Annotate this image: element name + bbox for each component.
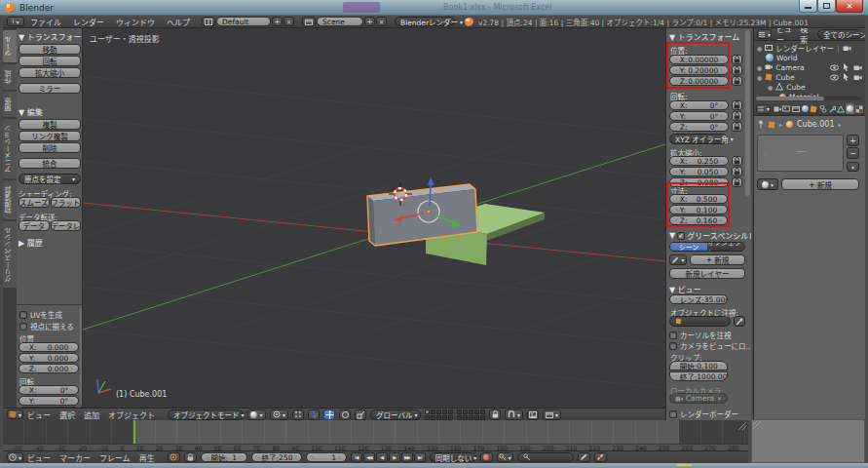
- playback-button[interactable]: ◀: [376, 452, 388, 462]
- view-panel-header[interactable]: ▼ ビュー: [669, 284, 701, 294]
- menu-item[interactable]: ビュー: [27, 410, 51, 420]
- add-layout-icon[interactable]: +: [272, 17, 283, 26]
- grease-pencil-header[interactable]: ▼✓グリースペンシルレイ: [669, 230, 751, 241]
- n-transform-header[interactable]: ▼ トランスフォーム: [669, 31, 739, 42]
- translate-manipulator-button[interactable]: [323, 410, 335, 420]
- pivot-center-dropdown[interactable]: ▾: [270, 410, 288, 420]
- set-origin-dropdown[interactable]: 原点を設定▾: [19, 174, 81, 184]
- lock-to-scene-toggle[interactable]: [489, 410, 501, 420]
- number-field[interactable]: Y:0.20000: [669, 65, 729, 75]
- record-button[interactable]: [480, 452, 493, 462]
- lock-icon[interactable]: [732, 167, 742, 176]
- eyedropper-icon[interactable]: [734, 316, 745, 327]
- outliner-row-mesh[interactable]: ● Cube: [754, 82, 865, 92]
- lock-icon[interactable]: [732, 111, 742, 121]
- renderability-camera-icon[interactable]: [853, 64, 862, 71]
- selectability-arrow-icon[interactable]: [843, 63, 849, 71]
- snap-magnet-dropdown[interactable]: ▾: [505, 410, 523, 420]
- tool-button[interactable]: リンク複製: [19, 131, 81, 141]
- playback-button[interactable]: ▶▶: [401, 452, 413, 462]
- editor-type-icon[interactable]: ▾: [7, 452, 23, 462]
- playback-button[interactable]: ▶I: [414, 452, 426, 462]
- menu-item[interactable]: フレーム: [99, 452, 131, 463]
- transform-orientation-dropdown[interactable]: グローバル▾: [370, 410, 421, 420]
- viewport-3d[interactable]: ユーザー・透視投影 (1) Cube.001: [83, 28, 665, 408]
- tab-render-layers-icon[interactable]: [782, 103, 790, 114]
- expand-toggle[interactable]: ●: [757, 64, 762, 71]
- tool-shelf-tab[interactable]: 物理演算: [3, 180, 17, 219]
- tool-button[interactable]: ミラー: [19, 83, 81, 94]
- tab-texture-icon[interactable]: [855, 103, 863, 114]
- menu-item[interactable]: ビュー: [27, 452, 51, 463]
- gp-draw-tool-dropdown[interactable]: ▾: [669, 254, 687, 265]
- layers-grid-right[interactable]: [457, 410, 485, 420]
- rotation-mode-dropdown[interactable]: XYZ オイラー角▾: [669, 134, 728, 144]
- gp-object-button[interactable]: オブジェクト: [707, 243, 744, 251]
- number-field[interactable]: X:0°: [669, 100, 729, 110]
- tab-material-icon[interactable]: [846, 103, 853, 114]
- current-frame-field[interactable]: 1: [306, 452, 347, 462]
- checkbox-icon[interactable]: [669, 410, 677, 418]
- visibility-eye-icon[interactable]: [830, 64, 839, 71]
- tool-button[interactable]: 移動: [19, 44, 81, 55]
- menu-item[interactable]: オブジェクト: [108, 410, 155, 420]
- tab-render-icon[interactable]: [774, 103, 781, 114]
- delete-layout-icon[interactable]: ✕: [283, 17, 294, 26]
- render-border-checkbox-row[interactable]: レンダーボーダー: [669, 409, 738, 419]
- browse-material-dropdown[interactable]: ▾: [757, 178, 778, 190]
- expand-toggle[interactable]: ●: [757, 45, 762, 52]
- tab-world-icon[interactable]: [801, 103, 809, 114]
- menu-item[interactable]: マーカー: [59, 452, 91, 463]
- scale-manipulator-button[interactable]: [355, 410, 366, 420]
- tool-button[interactable]: 拡大縮小: [19, 67, 81, 78]
- insert-keyframe-icon[interactable]: [578, 452, 590, 462]
- tab-constraints-icon[interactable]: [819, 103, 827, 114]
- mode-dropdown[interactable]: オブジェクトモード▾: [168, 410, 244, 420]
- lock-range-icon[interactable]: [184, 452, 197, 462]
- menu-item[interactable]: 再生: [139, 452, 155, 463]
- outliner-filter-dropdown[interactable]: 全てのシーン▾: [817, 29, 862, 39]
- material-specials-dropdown[interactable]: ▾: [847, 162, 859, 172]
- visibility-eye-icon[interactable]: [830, 74, 839, 81]
- viewport-shading-dropdown[interactable]: ▾: [247, 410, 266, 420]
- tab-object-icon[interactable]: [810, 103, 817, 114]
- tool-shelf-tab[interactable]: アニメーション: [3, 119, 17, 178]
- menu-item[interactable]: ウィンドウ: [116, 17, 155, 27]
- layers-grid-left[interactable]: [425, 410, 453, 420]
- local-camera-field[interactable]: Camera✕: [669, 393, 728, 404]
- keying-set-dropdown[interactable]: ▾: [497, 452, 513, 462]
- opengl-render-image-button[interactable]: [527, 410, 539, 420]
- scene-browse-icon[interactable]: [302, 17, 316, 26]
- playback-button[interactable]: ▶: [389, 452, 400, 462]
- playback-button[interactable]: ◀◀: [363, 452, 375, 462]
- screen-layout-browse-icon[interactable]: [202, 17, 215, 26]
- menu-item[interactable]: 追加: [84, 410, 99, 420]
- data-transfer-button[interactable]: データ: [19, 220, 50, 231]
- number-field[interactable]: Z:0.160: [669, 215, 728, 225]
- use-preview-range-icon[interactable]: [168, 452, 180, 462]
- shade-smooth-button[interactable]: スムーズ: [19, 197, 50, 208]
- pin-icon[interactable]: [758, 120, 764, 129]
- number-field[interactable]: Z:0.00000: [669, 76, 729, 86]
- tool-button[interactable]: 回転: [19, 56, 81, 66]
- editor-type-icon[interactable]: ▾: [756, 104, 771, 114]
- number-field[interactable]: Y:0°: [19, 396, 79, 406]
- region-resize-grip[interactable]: [737, 421, 747, 431]
- menu-item[interactable]: ヘルプ: [167, 17, 190, 27]
- menu-item[interactable]: レンダー: [73, 17, 104, 27]
- lock-icon[interactable]: [732, 55, 742, 64]
- lens-field[interactable]: レンズ:35.000: [669, 294, 728, 304]
- editor-type-icon[interactable]: ▾: [757, 29, 772, 39]
- lock-camera-checkbox-row[interactable]: カメラをビューにロ..: [669, 340, 750, 351]
- selectability-arrow-icon[interactable]: [843, 73, 849, 81]
- sync-dropdown[interactable]: 同期しない▾: [430, 452, 476, 462]
- number-field[interactable]: X:0.00000: [669, 55, 729, 64]
- expand-toggle[interactable]: ●: [768, 84, 773, 91]
- clip-start-field[interactable]: 開始:0.100: [669, 361, 728, 370]
- lock-icon[interactable]: [732, 122, 742, 132]
- close-button[interactable]: ✕: [836, 0, 863, 13]
- number-field[interactable]: X:0.250: [669, 156, 729, 166]
- number-field[interactable]: Z:0.000: [19, 364, 79, 373]
- active-keying-set-field[interactable]: [517, 452, 574, 462]
- number-field[interactable]: X:0.500: [669, 194, 728, 204]
